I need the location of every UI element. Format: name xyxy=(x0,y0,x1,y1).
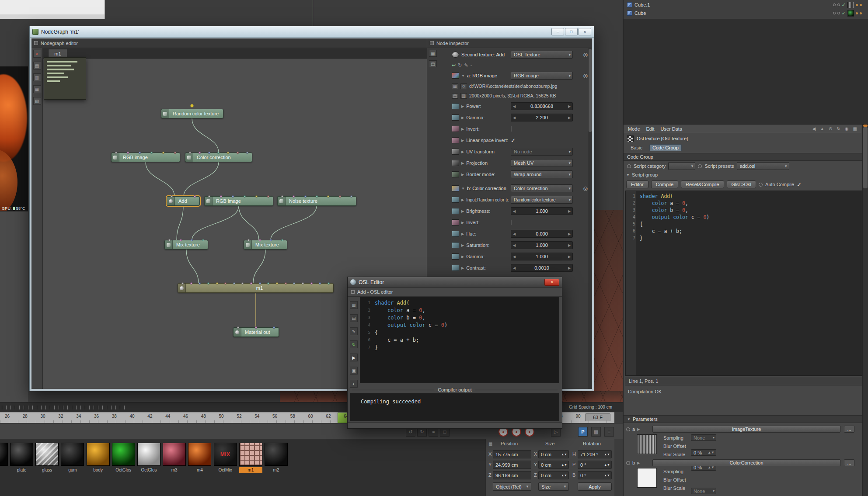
rot-p-value[interactable]: 0 °▲▼ xyxy=(578,461,612,469)
blur-offset-value[interactable]: 0 %▲▼ xyxy=(691,449,716,456)
node-m1-material[interactable]: m1 xyxy=(178,283,334,293)
anim-dot-icon[interactable] xyxy=(698,164,702,168)
tab-m1[interactable]: m1 xyxy=(48,49,67,58)
anim-dot-icon[interactable] xyxy=(759,183,763,187)
slider-dec[interactable]: ◀ xyxy=(511,243,517,247)
reload-icon[interactable]: ↻ xyxy=(458,62,462,68)
node-pin[interactable] xyxy=(150,152,153,154)
node-pin[interactable] xyxy=(304,195,307,198)
border-mode-dropdown[interactable]: Wrap around▾ xyxy=(511,170,573,178)
script-category-dropdown[interactable]: ▾ xyxy=(668,162,695,170)
node-add-selected[interactable]: Add xyxy=(167,196,200,206)
param-b-type-bar[interactable]: ColorCorrection xyxy=(652,459,840,466)
node-pin[interactable] xyxy=(207,282,209,284)
tag-dot[interactable] xyxy=(860,4,862,6)
material-tag-thumbnail[interactable] xyxy=(847,10,854,17)
grid-icon[interactable]: ▦ xyxy=(33,85,41,93)
layer-dot[interactable] xyxy=(833,3,836,6)
current-frame-field[interactable]: 63 F xyxy=(585,413,610,421)
delete-icon[interactable]: × xyxy=(33,50,41,58)
lock-icon[interactable]: ◉ xyxy=(845,126,849,131)
slider-dec[interactable]: ◀ xyxy=(511,209,517,213)
material-thumbnail[interactable] xyxy=(61,443,84,466)
expand-arrow[interactable]: ▶ xyxy=(461,127,464,131)
slider-inc[interactable]: ▶ xyxy=(566,266,572,270)
tab-dropdown-panel[interactable] xyxy=(44,57,86,100)
material-item[interactable]: m3 xyxy=(163,443,186,473)
node-pin[interactable] xyxy=(181,282,184,284)
node-random-color-texture[interactable]: Random color texture xyxy=(161,109,223,118)
auto-compile-checkbox[interactable]: ✓ xyxy=(797,181,802,188)
size-y-value[interactable]: 0 cm▲▼ xyxy=(538,461,569,469)
sampling-dropdown[interactable]: None▾ xyxy=(691,434,716,441)
contrast-slider[interactable]: ◀0.0010▶ xyxy=(511,264,573,272)
node-pin[interactable] xyxy=(302,282,304,284)
param-b-texture-thumbnail[interactable] xyxy=(637,468,657,488)
node-pin[interactable] xyxy=(310,282,313,284)
material-item[interactable]: m4 xyxy=(188,443,211,473)
material-item[interactable]: OctGlos xyxy=(137,443,160,473)
node-pin[interactable] xyxy=(241,282,244,284)
back-icon[interactable]: ◀ xyxy=(812,126,816,131)
node-pin[interactable] xyxy=(328,282,330,284)
slider-inc[interactable]: ▶ xyxy=(566,232,572,236)
node-material-out[interactable]: Material out xyxy=(233,327,279,337)
node-pin[interactable] xyxy=(190,282,192,284)
material-item[interactable]: plate xyxy=(10,443,33,473)
tag-dot[interactable] xyxy=(860,12,862,14)
edit-icon[interactable]: ✎ xyxy=(350,327,358,335)
material-item[interactable]: m1 xyxy=(239,443,262,473)
tab-basic[interactable]: Basic xyxy=(628,145,645,151)
menu-user-data[interactable]: User Data xyxy=(661,126,683,132)
node-pin[interactable] xyxy=(171,195,173,198)
node-pin[interactable] xyxy=(293,282,295,284)
node-pin[interactable] xyxy=(208,195,210,198)
material-thumbnail[interactable] xyxy=(239,443,262,466)
menu-icon[interactable]: ≡ xyxy=(604,427,614,437)
node-color-correction[interactable]: Color correction xyxy=(185,153,252,162)
node-pin[interactable] xyxy=(250,282,252,284)
material-thumbnail[interactable] xyxy=(10,443,33,466)
node-pin[interactable] xyxy=(191,239,193,241)
material-item[interactable]: gum xyxy=(61,443,84,473)
expand-arrow[interactable]: ▶ xyxy=(461,173,464,177)
material-item-partial[interactable] xyxy=(0,443,8,466)
expand-arrow[interactable]: ▶ xyxy=(461,221,464,225)
visibility-eye-icon[interactable]: ◎ xyxy=(583,185,588,191)
node-pin[interactable] xyxy=(350,195,352,198)
node-pin[interactable] xyxy=(259,239,261,241)
collapse-arrow[interactable]: ▼ xyxy=(461,187,465,191)
section-b-header[interactable]: ▼ b: Color correction Color correction▾ … xyxy=(452,183,592,194)
material-thumbnail[interactable] xyxy=(35,443,59,466)
grid-snap-icon[interactable]: ▦ xyxy=(591,427,601,437)
collapse-arrow[interactable]: ▼ xyxy=(626,173,630,177)
layer-dot[interactable] xyxy=(833,12,836,14)
param-a-texture-thumbnail[interactable] xyxy=(637,434,657,454)
layout-icon[interactable]: ▦ xyxy=(853,126,857,131)
node-pin[interactable] xyxy=(162,152,164,154)
node-pin[interactable] xyxy=(217,152,220,154)
node-pin[interactable] xyxy=(281,195,283,198)
node-rgb-image-2[interactable]: RGB image xyxy=(204,196,273,206)
remove-icon[interactable]: - xyxy=(471,62,472,68)
up-icon[interactable]: ▲ xyxy=(820,126,824,131)
node-pin[interactable] xyxy=(194,195,196,198)
maximize-button[interactable]: □ xyxy=(565,28,578,35)
node-rgb-image-1[interactable]: RGB image xyxy=(111,153,180,162)
pos-z-value[interactable]: 96.189 cm xyxy=(493,471,531,479)
minimize-button[interactable]: – xyxy=(551,28,564,35)
node-pin[interactable] xyxy=(227,152,229,154)
node-pin[interactable] xyxy=(232,195,234,198)
expand-arrow[interactable]: ▶ xyxy=(461,139,464,142)
material-item[interactable]: body xyxy=(87,443,110,473)
node-pin[interactable] xyxy=(237,326,239,329)
material-item[interactable]: MIXOctMix xyxy=(214,443,237,473)
slider-dec[interactable]: ◀ xyxy=(511,116,517,120)
anim-dot-icon[interactable] xyxy=(626,461,630,465)
coordinates-grid-icon[interactable]: ▦ xyxy=(488,441,492,446)
slider-inc[interactable]: ▶ xyxy=(566,243,572,247)
expand-arrow[interactable]: ▶ xyxy=(461,266,464,270)
node-type-dropdown[interactable]: OSL Texture▾ xyxy=(511,51,573,59)
osl-close-button[interactable]: × xyxy=(544,279,559,286)
projection-dropdown[interactable]: Mesh UV▾ xyxy=(511,159,573,167)
